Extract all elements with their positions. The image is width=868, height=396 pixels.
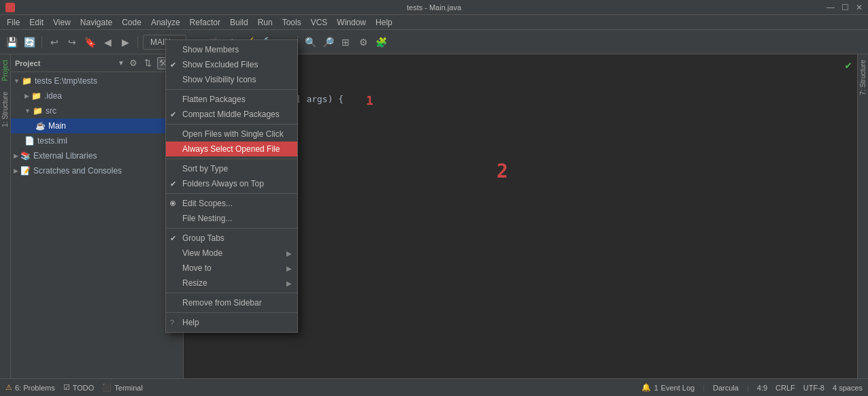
help-label: Help xyxy=(182,318,199,327)
project-tab[interactable]: Project xyxy=(0,54,10,86)
menu-refactor[interactable]: Refactor xyxy=(186,16,224,29)
menu-show-excluded[interactable]: ✔ Show Excluded Files xyxy=(166,57,297,72)
event-log-label: Event Log xyxy=(661,384,695,392)
menu-code[interactable]: Code xyxy=(118,16,146,29)
menu-edit[interactable]: Edit xyxy=(25,16,48,29)
tree-item-ext-libs[interactable]: ▶ 📚 External Libraries xyxy=(11,148,183,163)
menu-bar: File Edit View Navigate Code Analyze Ref… xyxy=(0,15,868,30)
maximize-button[interactable]: ☐ xyxy=(841,3,849,12)
main-layout: Project 1: Structure Project ▼ ⚙ ⇅ ⚒ 1 ▼… xyxy=(0,54,868,378)
show-excluded-label: Show Excluded Files xyxy=(182,60,258,69)
folder-icon-root: 📁 xyxy=(22,76,32,86)
menu-remove-sidebar[interactable]: Remove from Sidebar xyxy=(166,295,297,310)
ext-libs-icon: 📚 xyxy=(20,151,31,161)
project-structure-button[interactable]: ⊞ xyxy=(338,35,353,50)
tree-item-scratches[interactable]: ▶ 📝 Scratches and Consoles xyxy=(11,163,183,178)
menu-edit-scopes[interactable]: Edit Scopes... xyxy=(166,196,297,211)
tree-label-src: src xyxy=(46,106,56,116)
menu-analyze[interactable]: Analyze xyxy=(147,16,184,29)
menu-folders-on-top[interactable]: ✔ Folders Always on Top xyxy=(166,176,297,191)
position-status[interactable]: 4:9 xyxy=(757,384,767,392)
menu-sort-by-type[interactable]: Sort by Type xyxy=(166,161,297,176)
todo-status[interactable]: ☑ TODO xyxy=(63,383,95,392)
show-visibility-label: Show Visibility Icons xyxy=(182,75,256,84)
menu-file[interactable]: File xyxy=(3,16,24,29)
close-button[interactable]: ✕ xyxy=(856,3,863,12)
todo-icon: ☑ xyxy=(63,383,70,392)
line-ending-label: CRLF xyxy=(775,384,795,392)
tree-arrow-scratches: ▶ xyxy=(14,167,18,174)
tree-label-scratches: Scratches and Consoles xyxy=(33,166,122,176)
redo-button[interactable]: ↪ xyxy=(65,35,80,50)
help-question-icon: ? xyxy=(170,318,174,327)
app-icon xyxy=(5,3,15,12)
left-tab-strip: Project 1: Structure xyxy=(0,54,11,378)
menu-show-members[interactable]: Show Members xyxy=(166,42,297,57)
menu-move-to[interactable]: Move to ▶ xyxy=(166,261,297,276)
search-button[interactable]: 🔍 xyxy=(303,35,318,50)
nav-back-button[interactable]: ◀ xyxy=(100,35,115,50)
sidebar-header: Project ▼ ⚙ ⇅ ⚒ 1 xyxy=(11,54,183,72)
sidebar-gear-icon[interactable]: ⚙ xyxy=(127,57,139,69)
window-controls: — ☐ ✕ xyxy=(827,3,863,12)
indent-status[interactable]: 4 spaces xyxy=(833,384,863,392)
menu-help-item[interactable]: ? Help xyxy=(166,315,297,330)
save-all-button[interactable]: 💾 xyxy=(4,35,19,50)
theme-status[interactable]: Darcula xyxy=(713,384,739,392)
context-menu: Show Members ✔ Show Excluded Files Show … xyxy=(165,39,298,333)
structure-tab-left[interactable]: 1: Structure xyxy=(0,86,10,133)
scratches-icon: 📝 xyxy=(20,166,31,176)
tree-label-idea: .idea xyxy=(44,91,62,101)
bookmark-button[interactable]: 🔖 xyxy=(82,35,97,50)
todo-label: TODO xyxy=(73,384,95,392)
tree-item-src[interactable]: ▼ 📁 src xyxy=(11,103,183,118)
right-tab-strip: 7: Structure xyxy=(857,54,868,378)
menu-tools[interactable]: Tools xyxy=(278,16,305,29)
move-to-label: Move to xyxy=(182,263,212,273)
tree-item-main[interactable]: ☕ Main xyxy=(11,118,183,133)
line-ending-status[interactable]: CRLF xyxy=(775,384,795,392)
menu-navigate[interactable]: Navigate xyxy=(76,16,116,29)
undo-button[interactable]: ↩ xyxy=(47,35,62,50)
encoding-status[interactable]: UTF-8 xyxy=(803,384,824,392)
search-everywhere-button[interactable]: 🔎 xyxy=(320,35,335,50)
menu-open-single-click[interactable]: Open Files with Single Click xyxy=(166,127,297,142)
menu-view[interactable]: View xyxy=(49,16,75,29)
plugins-button[interactable]: 🧩 xyxy=(373,35,388,50)
view-mode-arrow: ▶ xyxy=(286,250,292,257)
tree-item-iml[interactable]: 📄 tests.iml xyxy=(11,133,183,148)
event-log-status[interactable]: 🔔 1 Event Log xyxy=(641,383,695,392)
menu-compact-middle[interactable]: ✔ Compact Middle Packages xyxy=(166,107,297,122)
menu-view-mode[interactable]: View Mode ▶ xyxy=(166,246,297,261)
view-mode-label: View Mode xyxy=(182,248,222,258)
menu-window[interactable]: Window xyxy=(333,16,370,29)
menu-show-visibility[interactable]: Show Visibility Icons xyxy=(166,72,297,87)
structure-tab-right[interactable]: 7: Structure xyxy=(858,54,868,101)
menu-file-nesting[interactable]: File Nesting... xyxy=(166,211,297,226)
menu-vcs[interactable]: VCS xyxy=(307,16,332,29)
terminal-label: Terminal xyxy=(114,384,143,392)
tree-item-root[interactable]: ▼ 📁 tests E:\tmp\tests xyxy=(11,73,183,88)
nav-forward-button[interactable]: ▶ xyxy=(118,35,133,50)
event-count: 1 xyxy=(654,384,658,392)
menu-help[interactable]: Help xyxy=(371,16,397,29)
menu-sep-6 xyxy=(166,293,297,293)
menu-always-select[interactable]: Always Select Opened File xyxy=(166,142,297,156)
menu-group-tabs[interactable]: ✔ Group Tabs xyxy=(166,231,297,246)
sync-button[interactable]: 🔄 xyxy=(22,35,37,50)
menu-run[interactable]: Run xyxy=(254,16,277,29)
menu-resize[interactable]: Resize ▶ xyxy=(166,276,297,291)
group-tabs-check: ✔ xyxy=(170,234,176,243)
menu-flatten-packages[interactable]: Flatten Packages xyxy=(166,92,297,107)
settings-button[interactable]: ⚙ xyxy=(356,35,371,50)
tree-label-iml: tests.iml xyxy=(37,136,67,146)
problems-label: 6: Problems xyxy=(15,384,55,392)
sidebar-sort-icon[interactable]: ⇅ xyxy=(142,57,154,69)
title-bar: tests - Main.java — ☐ ✕ xyxy=(0,0,868,15)
always-select-label: Always Select Opened File xyxy=(182,144,280,154)
menu-build[interactable]: Build xyxy=(226,16,252,29)
minimize-button[interactable]: — xyxy=(827,3,835,12)
terminal-status[interactable]: ⬛ Terminal xyxy=(102,383,143,392)
problems-status[interactable]: ⚠ 6: Problems xyxy=(5,383,55,392)
tree-item-idea[interactable]: ▶ 📁 .idea xyxy=(11,88,183,103)
